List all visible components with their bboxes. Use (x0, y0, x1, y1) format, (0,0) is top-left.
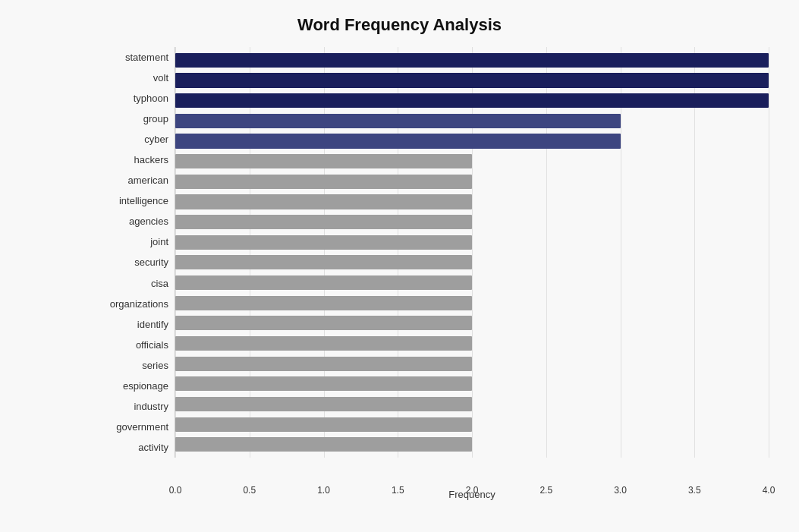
y-label: espionage (91, 381, 168, 391)
y-label: activity (91, 442, 168, 452)
bar-row (175, 434, 769, 455)
bar-row (175, 394, 769, 414)
bar-row (175, 232, 769, 253)
bar-row (175, 212, 769, 232)
y-label: government (91, 422, 168, 432)
y-label: typhoon (91, 93, 168, 103)
bar (175, 316, 472, 330)
bar-row (175, 272, 769, 293)
bar (175, 93, 769, 108)
bar (175, 194, 472, 209)
bar (175, 397, 472, 411)
bar (175, 376, 472, 391)
bar-row (175, 71, 769, 91)
bar (175, 437, 472, 452)
y-label: identify (91, 320, 168, 329)
bar-row (175, 172, 769, 192)
y-label: volt (91, 73, 168, 83)
bar-row (175, 90, 769, 111)
chart-title: Word Frequency Analysis (30, 15, 769, 35)
bar-row (175, 414, 769, 435)
bar (175, 114, 621, 128)
bar (175, 275, 472, 290)
chart-body: statementvolttyphoongroupcyberhackersame… (91, 47, 769, 458)
y-label: hackers (91, 155, 168, 165)
bar-row (175, 253, 769, 273)
x-tick-label: 1.0 (317, 485, 330, 496)
chart-container: Word Frequency Analysis statementvolttyp… (0, 0, 799, 532)
x-tick-label: 2.5 (539, 485, 552, 496)
y-label: group (91, 114, 168, 124)
x-tick-label: 3.0 (614, 485, 627, 496)
bar (175, 357, 472, 371)
bar (175, 255, 472, 269)
x-tick-label: 3.5 (688, 485, 701, 496)
y-label: american (91, 175, 168, 185)
bar-row (175, 293, 769, 313)
y-axis: statementvolttyphoongroupcyberhackersame… (91, 47, 175, 458)
bars-wrapper (175, 47, 769, 458)
y-label: agencies (91, 216, 168, 226)
y-label: officials (91, 340, 168, 350)
x-tick-label: 0.0 (169, 485, 182, 496)
x-tick-label: 4.0 (763, 485, 775, 496)
y-label: intelligence (91, 196, 168, 206)
y-label: statement (91, 52, 168, 62)
bar (175, 175, 472, 189)
grid-line (769, 47, 769, 458)
bar (175, 53, 769, 68)
y-label: security (91, 257, 168, 267)
x-tick-label: 0.5 (243, 485, 256, 496)
bar (175, 235, 472, 250)
bar-row (175, 131, 769, 152)
bar-row (175, 50, 769, 71)
bar (175, 336, 472, 351)
bar (175, 73, 769, 87)
bar-row (175, 374, 769, 395)
x-tick-label: 1.5 (392, 485, 404, 496)
bar-row (175, 354, 769, 374)
y-label: series (91, 360, 168, 370)
y-label: joint (91, 237, 168, 247)
y-label: cyber (91, 134, 168, 144)
bar (175, 134, 621, 148)
bar (175, 154, 472, 168)
bar-row (175, 333, 769, 354)
y-label: industry (91, 401, 168, 411)
bar-row (175, 192, 769, 212)
bar (175, 296, 472, 310)
y-label: cisa (91, 279, 168, 288)
bar (175, 417, 472, 432)
y-label: organizations (91, 299, 168, 309)
bar-row (175, 111, 769, 131)
x-axis-title: Frequency (448, 489, 495, 500)
bar-row (175, 313, 769, 334)
bar (175, 215, 472, 229)
bar-row (175, 151, 769, 172)
bars-area: 0.00.51.01.52.02.53.03.54.0 Frequency (175, 47, 769, 458)
